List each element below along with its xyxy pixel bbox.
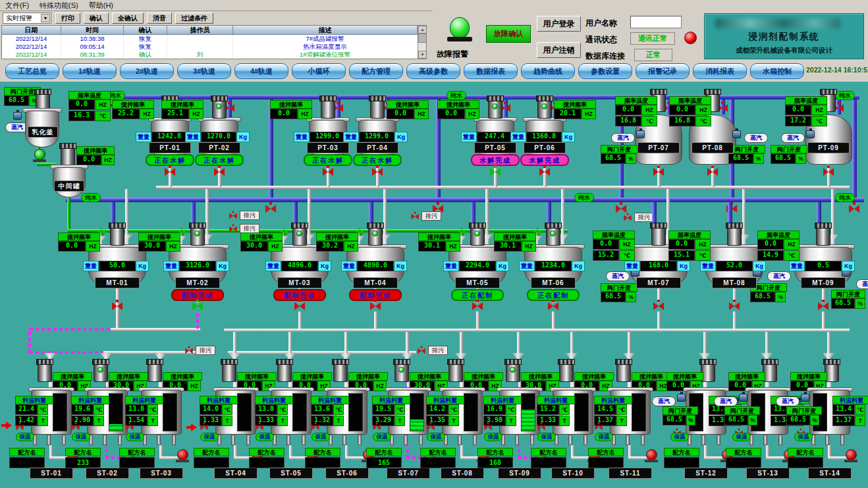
- tank-label: 乳化釜: [28, 126, 58, 138]
- valve-icon[interactable]: [265, 204, 276, 213]
- valve-icon[interactable]: [165, 167, 175, 176]
- nav-button-1[interactable]: 工艺总览: [5, 63, 59, 79]
- scroll-up-icon[interactable]: ▲: [418, 26, 427, 34]
- nav-button-14[interactable]: 水箱控制: [750, 63, 804, 79]
- valve-icon[interactable]: [490, 167, 501, 176]
- chevron-down-icon[interactable]: ▼: [41, 14, 50, 22]
- valve-icon[interactable]: [707, 167, 718, 176]
- pump-icon[interactable]: [33, 149, 46, 162]
- weight-display: 1234.0: [535, 261, 572, 271]
- level-indicator: [410, 393, 424, 431]
- valve-icon[interactable]: [472, 302, 483, 310]
- menu-file[interactable]: 文件(F): [0, 0, 34, 11]
- valve-icon[interactable]: [372, 167, 383, 176]
- nav-button-12[interactable]: 报警记录: [636, 63, 690, 79]
- valve-icon[interactable]: [72, 424, 80, 430]
- valve-icon[interactable]: [16, 424, 24, 430]
- fault-ack-button[interactable]: 故障确认: [486, 25, 531, 43]
- valve-icon[interactable]: [323, 167, 333, 176]
- menu-special[interactable]: 特殊功能(S): [34, 0, 84, 11]
- valve-icon[interactable]: [484, 424, 492, 430]
- temp-display: 13.6: [311, 404, 333, 415]
- valve-icon[interactable]: [849, 204, 859, 213]
- valve-icon[interactable]: [539, 167, 550, 176]
- weight-caption: 重量: [789, 261, 805, 271]
- nav-button-7[interactable]: 配方管理: [349, 63, 403, 79]
- pipe: [570, 332, 574, 354]
- column-header[interactable]: 确认: [124, 26, 167, 35]
- column-header[interactable]: 操作员: [167, 26, 233, 35]
- nav-button-8[interactable]: 高级参数: [406, 63, 460, 79]
- column-header[interactable]: 时间: [61, 26, 124, 35]
- nav-button-6[interactable]: 小循环: [292, 63, 346, 79]
- column-header[interactable]: 日期: [2, 26, 61, 35]
- valve-icon[interactable]: [818, 302, 828, 310]
- valve-icon[interactable]: [192, 302, 203, 310]
- valve-icon[interactable]: [624, 215, 632, 221]
- valve-icon[interactable]: [616, 204, 626, 213]
- logout-button[interactable]: 用户注销: [537, 42, 581, 58]
- valve-icon[interactable]: [411, 213, 419, 219]
- unit-label: HZ: [446, 241, 460, 252]
- scroll-thumb[interactable]: [418, 34, 427, 43]
- table-row[interactable]: 2022/12/1410:38:38恢复7#成品罐报警: [2, 35, 426, 43]
- valve-icon[interactable]: [537, 424, 545, 430]
- login-button[interactable]: 用户登录: [537, 16, 581, 32]
- valve-icon[interactable]: [548, 302, 558, 310]
- nav-button-4[interactable]: 3#轨道: [177, 63, 231, 79]
- valve-icon[interactable]: [427, 424, 435, 430]
- valve-icon[interactable]: [653, 167, 664, 176]
- column-header[interactable]: 描述: [233, 26, 418, 35]
- valve-icon[interactable]: [200, 424, 208, 430]
- motor-icon: [370, 99, 385, 119]
- filter-button[interactable]: 过滤条件: [175, 13, 213, 24]
- nav-button-5[interactable]: 4#轨道: [234, 63, 288, 79]
- valve-icon[interactable]: [214, 167, 225, 176]
- table-row[interactable]: 2022/12/1409:05:14恢复热水箱温度显示: [2, 43, 426, 51]
- valve-icon[interactable]: [595, 424, 603, 430]
- valve-icon[interactable]: [229, 226, 237, 232]
- pump-icon[interactable]: [176, 449, 189, 462]
- nav-button-13[interactable]: 消耗报表: [693, 63, 747, 79]
- mute-button[interactable]: 消音: [147, 13, 172, 24]
- temp-display: 14.0: [200, 404, 222, 415]
- valve-icon[interactable]: [185, 348, 193, 354]
- valve-open-display: 68.5: [663, 415, 686, 425]
- valve-icon[interactable]: [294, 302, 305, 310]
- cell-time: 09:05:14: [61, 43, 124, 51]
- valve-icon[interactable]: [312, 424, 319, 430]
- nav-button-9[interactable]: 数据报表: [464, 63, 518, 79]
- valve-icon[interactable]: [729, 302, 740, 310]
- pipe: [552, 312, 555, 329]
- ack-button[interactable]: 确认: [84, 13, 109, 24]
- table-row[interactable]: 2022/12/1408:31:39确认刘1#溶解罐液位报警: [2, 51, 426, 59]
- pump-icon[interactable]: [844, 449, 857, 462]
- display-caption: 搅拌频率: [632, 372, 671, 381]
- display-caption: 频率温度: [757, 230, 800, 239]
- valve-icon[interactable]: [823, 167, 834, 176]
- freq-display: 0.0: [615, 105, 641, 115]
- valve-icon[interactable]: [229, 213, 237, 219]
- nav-button-10[interactable]: 趋势曲线: [521, 63, 575, 79]
- ack-all-button[interactable]: 全确认: [112, 13, 144, 24]
- pump-icon[interactable]: [645, 449, 658, 462]
- alarm-mode-select[interactable]: 实时报警 ▼: [3, 13, 51, 24]
- nav-button-11[interactable]: 参数设置: [578, 63, 632, 79]
- nav-button-3[interactable]: 2#轨道: [120, 63, 174, 79]
- scroll-down-icon[interactable]: ▼: [418, 51, 427, 59]
- menu-help[interactable]: 帮助(H): [84, 0, 119, 11]
- recipe-display: [420, 457, 456, 468]
- valve-icon[interactable]: [418, 348, 425, 354]
- username-input[interactable]: [630, 16, 682, 28]
- scrollbar[interactable]: ▲ ▼: [418, 26, 426, 59]
- valve-icon[interactable]: [370, 302, 381, 310]
- valve-icon[interactable]: [653, 302, 664, 310]
- valve-icon[interactable]: [112, 302, 122, 310]
- nav-button-2[interactable]: 1#轨道: [63, 63, 117, 79]
- display-caption: 阀门开度: [601, 145, 637, 153]
- print-button[interactable]: 打印: [55, 13, 80, 24]
- temp-display: 13.8: [255, 404, 277, 415]
- valve-icon[interactable]: [373, 424, 381, 430]
- valve-icon[interactable]: [126, 424, 134, 430]
- valve-icon[interactable]: [256, 424, 263, 430]
